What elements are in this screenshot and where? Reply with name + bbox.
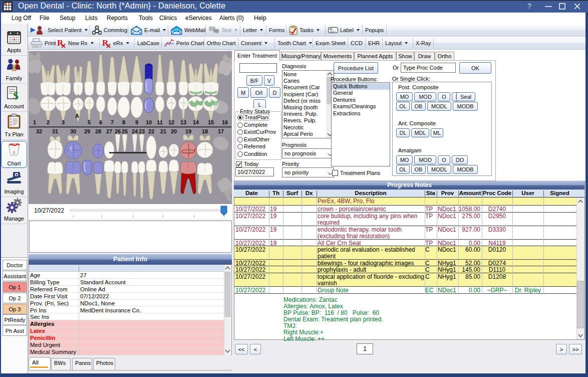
svg-text:23: 23 — [139, 128, 145, 134]
svg-text:11: 11 — [157, 119, 163, 125]
svg-text:5: 5 — [88, 119, 91, 125]
svg-text:24: 24 — [132, 128, 138, 134]
svg-text:22: 22 — [148, 128, 154, 134]
svg-text:2: 2 — [47, 119, 50, 125]
svg-text:31: 31 — [52, 128, 58, 134]
svg-text:10: 10 — [146, 119, 152, 125]
svg-text:19: 19 — [185, 128, 191, 134]
svg-text:29: 29 — [84, 128, 90, 134]
svg-text:21: 21 — [160, 128, 166, 134]
svg-text:32: 32 — [36, 128, 42, 134]
svg-text:12: 12 — [168, 119, 174, 125]
svg-text:30: 30 — [70, 128, 76, 134]
svg-text:A: A — [75, 113, 79, 119]
svg-text:$: $ — [13, 89, 19, 101]
svg-text:16: 16 — [222, 119, 228, 125]
svg-text:27: 27 — [106, 128, 112, 134]
svg-text:9: 9 — [135, 119, 138, 125]
svg-text:20: 20 — [171, 128, 177, 134]
svg-text:3: 3 — [62, 119, 65, 125]
svg-text:25: 25 — [122, 128, 128, 134]
svg-text:8: 8 — [122, 119, 125, 125]
svg-text:17: 17 — [218, 128, 224, 134]
svg-text:18: 18 — [202, 128, 208, 134]
svg-text:28: 28 — [95, 128, 101, 134]
svg-text:15: 15 — [208, 119, 214, 125]
svg-text:1: 1 — [33, 119, 36, 125]
svg-text:26: 26 — [115, 128, 121, 134]
svg-text:13: 13 — [180, 119, 186, 125]
svg-text:6: 6 — [99, 119, 102, 125]
svg-text:14: 14 — [193, 119, 199, 125]
svg-text:7: 7 — [111, 119, 114, 125]
